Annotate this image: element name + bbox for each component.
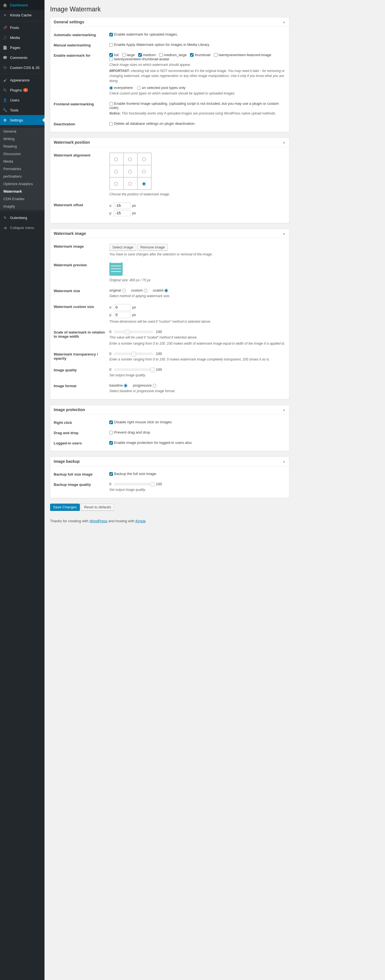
img-desc: You have to save changes after the selec… xyxy=(109,252,286,257)
cache-icon: ≡ xyxy=(2,12,8,18)
backup-full-option[interactable]: Backup the full size image. xyxy=(109,472,157,476)
manual-watermark-checkbox[interactable] xyxy=(109,43,113,47)
menu-item-users[interactable]: 👤Users xyxy=(0,95,45,105)
frontend-notice: Notice: This functionality works only if… xyxy=(109,111,286,116)
submenu-item-reading[interactable]: Reading xyxy=(0,143,45,150)
menu-item-custom-css-&-js[interactable]: ➕Custom CSS & JS xyxy=(0,62,45,73)
panel-image-header[interactable]: Watermark image ▲ xyxy=(50,229,289,238)
logged-label: Logged-in users xyxy=(54,441,109,445)
size-custom[interactable]: custom xyxy=(131,288,149,293)
align-tr[interactable] xyxy=(142,158,146,161)
quality-label: Image quality xyxy=(54,368,109,372)
backup-quality-slider[interactable] xyxy=(114,483,153,485)
size-option-full[interactable]: full xyxy=(109,53,119,57)
menu-label: Settings xyxy=(10,118,23,122)
kinsta-link[interactable]: Kinsta xyxy=(136,519,145,523)
deactivation-label: Deactivation xyxy=(54,121,109,126)
main-content: Image Watermark General settings ▲ Autom… xyxy=(45,0,295,980)
menu-item-media[interactable]: 🎵Media xyxy=(0,32,45,43)
panel-protection-header[interactable]: Image protection ▲ xyxy=(50,405,289,414)
menu-item-comments[interactable]: 💬Comments xyxy=(0,52,45,62)
offset-y-input[interactable] xyxy=(114,210,131,216)
size-original[interactable]: original xyxy=(109,288,127,293)
submenu-item-general[interactable]: General xyxy=(0,127,45,135)
panel-backup-header[interactable]: Image backup ▲ xyxy=(50,457,289,466)
auto-watermark-checkbox[interactable] xyxy=(109,33,113,37)
alignment-grid xyxy=(109,153,152,190)
align-bc[interactable] xyxy=(128,182,132,186)
align-ml[interactable] xyxy=(114,170,118,173)
drag-option[interactable]: Prevent drag and drop xyxy=(109,430,150,434)
format-progressive[interactable]: progressive xyxy=(133,383,157,387)
quality-slider[interactable] xyxy=(114,369,153,371)
submenu-item-imagify[interactable]: Imagify xyxy=(0,203,45,210)
posttype-everywhere[interactable]: everywhere xyxy=(109,86,133,90)
posttype-selected[interactable]: on selected post types only xyxy=(137,86,185,90)
menu-item-gutenberg[interactable]: ✎Gutenberg xyxy=(0,213,45,223)
chevron-up-icon: ▲ xyxy=(282,408,286,412)
size-option-twentyseventeen-featured-image[interactable]: twentyseventeen-featured-image xyxy=(214,53,271,57)
submenu-item-optimize-analytics[interactable]: Optimize Analytics xyxy=(0,180,45,188)
align-mc[interactable] xyxy=(128,170,132,173)
custom-y-input[interactable] xyxy=(114,312,131,318)
submenu-item-media[interactable]: Media xyxy=(0,158,45,165)
collapse-icon: ◀ xyxy=(2,225,8,231)
size-option-twentyseventeen-thumbnail-avatar[interactable]: twentyseventeen-thumbnail-avatar xyxy=(109,57,169,61)
align-tl[interactable] xyxy=(114,158,118,161)
reset-button[interactable]: Reset to defaults xyxy=(81,504,114,511)
menu-item-plugins[interactable]: 🔌Plugins6 xyxy=(0,85,45,95)
size-option-medium[interactable]: medium xyxy=(138,53,156,57)
deactivation-option[interactable]: Delete all database settings on plugin d… xyxy=(109,121,196,126)
custom-x-input[interactable] xyxy=(114,304,131,310)
auto-watermark-label: Automatic watermarking xyxy=(54,32,109,37)
menu-label: Posts xyxy=(10,25,19,30)
menu-label: Media xyxy=(10,36,20,40)
select-image-button[interactable]: Select image xyxy=(109,244,136,251)
submenu-item-writing[interactable]: Writing xyxy=(0,135,45,143)
collapse-label: Collapse menu xyxy=(10,226,34,230)
size-option-large[interactable]: large xyxy=(122,53,135,57)
menu-item-posts[interactable]: 📌Posts xyxy=(0,22,45,32)
page-title: Image Watermark xyxy=(50,6,289,13)
align-br[interactable] xyxy=(142,182,146,186)
collapse-menu[interactable]: ◀ Collapse menu xyxy=(0,223,45,232)
menu-label: Kinsta Cache xyxy=(10,13,32,17)
menu-item-appearance[interactable]: 🖌Appearance xyxy=(0,75,45,85)
submenu-item-perfmatters[interactable]: perfmatters xyxy=(0,173,45,180)
size-scaled[interactable]: scaled xyxy=(153,288,169,293)
panel-title: Image protection xyxy=(54,407,85,412)
submenu-item-watermark[interactable]: Watermark xyxy=(0,188,45,195)
menu-item-dashboard[interactable]: 🏠Dashboard xyxy=(0,0,45,10)
submenu-item-permalinks[interactable]: Permalinks xyxy=(0,165,45,173)
opacity-slider[interactable] xyxy=(114,353,153,355)
rightclick-option[interactable]: Disable right mouse click on images xyxy=(109,420,172,424)
format-baseline[interactable]: baseline xyxy=(109,383,128,387)
align-tc[interactable] xyxy=(128,158,132,161)
menu-item-pages[interactable]: 📄Pages xyxy=(0,43,45,52)
align-mr[interactable] xyxy=(142,170,146,173)
save-button[interactable]: Save Changes xyxy=(50,504,80,511)
watermark-preview-image xyxy=(109,262,123,276)
panel-general-header[interactable]: General settings ▲ xyxy=(50,18,289,27)
menu-item-settings[interactable]: ⚙Settings xyxy=(0,115,45,125)
align-desc: Choose the position of watermark image. xyxy=(109,192,286,197)
auto-watermark-option[interactable]: Enable watermark for uploaded images. xyxy=(109,32,178,37)
offset-x-input[interactable] xyxy=(114,202,131,209)
remove-image-button[interactable]: Remove image xyxy=(137,244,168,251)
size-option-medium_large[interactable]: medium_large xyxy=(159,53,187,57)
panel-position-header[interactable]: Watermark position ▲ xyxy=(50,138,289,147)
manual-watermark-option[interactable]: Enable Apply Watermark option for images… xyxy=(109,43,210,47)
align-bl[interactable] xyxy=(114,182,118,186)
chevron-up-icon: ▲ xyxy=(282,232,286,235)
logged-option[interactable]: Enable image protection for logged-in us… xyxy=(109,441,192,445)
size-option-thumbnail[interactable]: thumbnail xyxy=(190,53,210,57)
menu-item-kinsta-cache[interactable]: ≡Kinsta Cache xyxy=(0,10,45,20)
wordpress-link[interactable]: WordPress xyxy=(89,519,107,523)
quality-desc: Set output image quality. xyxy=(109,373,286,378)
enable-for-label: Enable watermark for xyxy=(54,53,109,57)
frontend-option[interactable]: Enable frontend image uploading. (upload… xyxy=(109,102,279,110)
scale-slider[interactable] xyxy=(114,331,153,333)
menu-item-tools[interactable]: 🔧Tools xyxy=(0,105,45,115)
submenu-item-cdn-enabler[interactable]: CDN Enabler xyxy=(0,195,45,203)
submenu-item-discussion[interactable]: Discussion xyxy=(0,150,45,158)
